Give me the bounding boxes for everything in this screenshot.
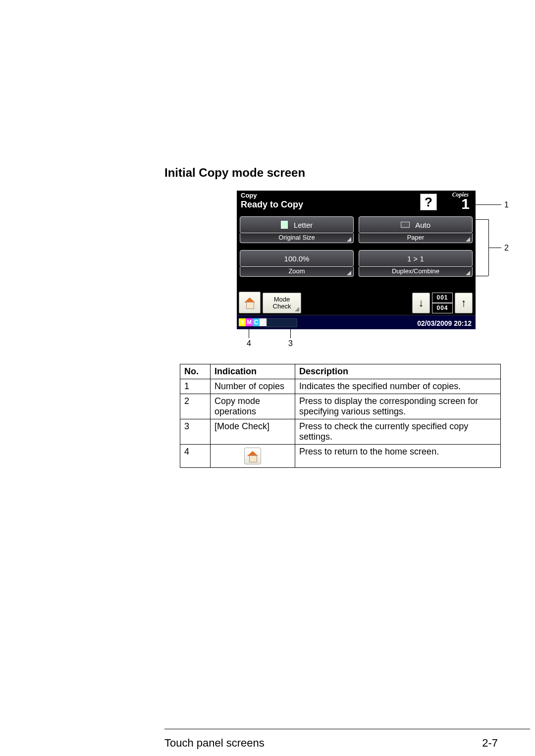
duplex-label: Duplex/Combine	[359, 267, 473, 277]
help-button[interactable]: ?	[420, 194, 437, 210]
footer-rule	[164, 729, 530, 729]
table-row: 4 Press to return to the home screen.	[180, 445, 501, 468]
datetime: 02/03/2009 20:12	[417, 319, 472, 327]
toner-levels: Y M C K	[239, 318, 297, 326]
th-desc: Description	[295, 364, 501, 379]
duplex-value: 1 > 1	[407, 254, 424, 263]
duplex-button[interactable]: 1 > 1	[359, 250, 473, 267]
section-heading: Initial Copy mode screen	[164, 166, 305, 180]
footer-page: 2-7	[482, 737, 498, 750]
status-bar: Y M C K 02/03/2009 20:12	[237, 315, 476, 329]
indication-table: No. Indication Description 1 Number of c…	[180, 364, 501, 468]
toner-c-icon: C	[253, 318, 260, 326]
footer-section: Touch panel screens	[164, 737, 265, 750]
paper-value: Auto	[415, 221, 430, 229]
paper-label: Paper	[359, 233, 473, 243]
original-size-button[interactable]: Letter	[240, 216, 354, 233]
table-row: 3 [Mode Check] Press to check the curren…	[180, 419, 501, 445]
th-no: No.	[180, 364, 211, 379]
document-icon	[281, 221, 288, 229]
home-icon	[244, 298, 255, 308]
touch-panel: Copy Ready to Copy ? Copies 1 Letter Ori…	[237, 191, 476, 329]
mode-check-button[interactable]: Mode Check	[263, 293, 301, 313]
paper-button[interactable]: Auto	[359, 216, 473, 233]
callout-4: 4	[247, 339, 251, 348]
status-label: Ready to Copy	[241, 200, 303, 210]
callout-2: 2	[504, 244, 509, 252]
page-total: 004	[432, 303, 453, 313]
zoom-button[interactable]: 100.0%	[240, 250, 354, 267]
toner-y-icon: Y	[239, 318, 246, 326]
callout-3: 3	[288, 339, 293, 348]
scroll-down-button[interactable]: ↓	[412, 293, 430, 313]
scroll-up-button[interactable]: ↑	[455, 293, 473, 313]
original-size-label: Original Size	[240, 233, 354, 243]
table-row: 1 Number of copies Indicates the specifi…	[180, 379, 501, 394]
zoom-value: 100.0%	[284, 254, 310, 263]
mode-label: Copy	[241, 192, 257, 199]
page-current: 001	[432, 293, 453, 303]
home-button[interactable]	[239, 292, 261, 313]
touch-panel-figure: Copy Ready to Copy ? Copies 1 Letter Ori…	[237, 191, 476, 329]
copies-value: 1	[461, 196, 470, 212]
th-ind: Indication	[211, 364, 295, 379]
original-size-value: Letter	[294, 221, 313, 229]
page-indicator: 001 004	[432, 293, 453, 313]
toner-m-icon: M	[246, 318, 253, 326]
table-row: 2 Copy mode operations Press to display …	[180, 394, 501, 419]
toner-k-icon: K	[260, 318, 267, 326]
tray-icon	[401, 222, 410, 228]
home-icon	[244, 448, 261, 464]
callout-1: 1	[504, 201, 509, 209]
zoom-label: Zoom	[240, 267, 354, 277]
